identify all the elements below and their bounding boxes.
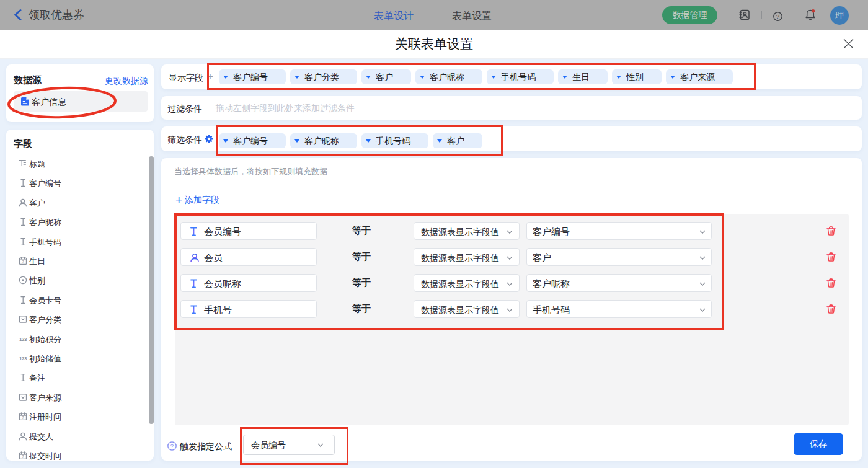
svg-text:?: ? [170, 443, 174, 449]
svg-text:?: ? [776, 13, 779, 20]
svg-text:123: 123 [19, 356, 27, 361]
svg-text:7: 7 [22, 454, 24, 459]
svg-text:123: 123 [19, 337, 27, 342]
svg-text:7: 7 [22, 415, 24, 420]
svg-text:7: 7 [22, 260, 24, 264]
